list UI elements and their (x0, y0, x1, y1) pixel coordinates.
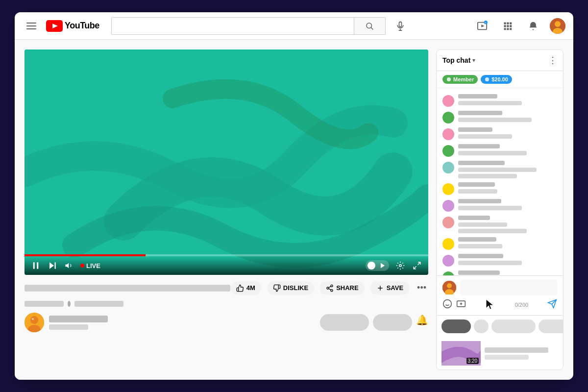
message-avatar (442, 112, 454, 123)
youtube-logo[interactable]: YouTube (46, 20, 99, 32)
svg-rect-11 (504, 22, 506, 24)
chat-input-area: 0/200 (437, 275, 563, 315)
subscriber-count (49, 324, 88, 330)
message-text (458, 118, 532, 122)
cursor-icon (485, 298, 496, 311)
like-button[interactable]: 4M (230, 281, 261, 295)
message-content (458, 199, 557, 210)
recommended-title (485, 347, 548, 353)
notification-bell-button[interactable]: 🔔 (416, 314, 428, 331)
svg-rect-17 (504, 28, 506, 30)
hamburger-menu-button[interactable] (23, 17, 40, 35)
microphone-button[interactable] (392, 17, 409, 35)
chat-header: Top chat ▾ ⋮ (437, 50, 563, 71)
recommended-meta (485, 355, 529, 360)
share-icon (326, 284, 334, 292)
join-button[interactable] (373, 314, 412, 331)
chat-more-button[interactable]: ⋮ (548, 55, 557, 66)
chat-messages[interactable] (437, 88, 563, 275)
chat-tab-4[interactable] (539, 319, 563, 333)
chat-message (437, 142, 563, 159)
save-button[interactable]: SAVE (370, 281, 409, 295)
svg-line-36 (329, 289, 331, 290)
next-button[interactable] (47, 260, 58, 271)
chat-tabs (437, 316, 563, 337)
message-avatar (442, 128, 454, 140)
emoji-button[interactable] (442, 299, 452, 311)
svg-rect-4 (399, 22, 401, 26)
svg-rect-14 (504, 25, 506, 27)
controls-right (366, 260, 422, 271)
progress-fill (24, 254, 146, 256)
svg-line-3 (371, 27, 373, 29)
settings-button[interactable] (395, 260, 406, 271)
channel-info: 🔔 (24, 311, 428, 332)
header: YouTube (15, 12, 573, 40)
chat-input-actions: 0/200 (442, 298, 557, 311)
recommended-video[interactable]: 3:20 (437, 337, 563, 369)
chat-bottom: 3:20 (437, 315, 563, 369)
message-text (458, 189, 497, 194)
message-text (458, 101, 522, 105)
svg-line-31 (418, 262, 420, 265)
member-badge[interactable]: Member (442, 75, 478, 84)
like-count: 4M (246, 284, 255, 292)
send-button[interactable] (547, 299, 557, 311)
channel-avatar[interactable] (24, 313, 44, 332)
message-content (458, 161, 557, 178)
message-content (458, 216, 557, 233)
svg-marker-54 (486, 299, 493, 309)
superchat-badge[interactable]: $20.00 (481, 75, 512, 84)
progress-bar[interactable] (24, 254, 428, 256)
message-username (458, 182, 495, 187)
message-avatar (442, 95, 454, 107)
svg-rect-25 (37, 262, 38, 269)
share-button[interactable]: SHARE (320, 281, 365, 295)
chat-tab-3[interactable] (491, 319, 536, 333)
chat-badges: Member $20.00 (437, 71, 563, 88)
chat-message-input[interactable] (460, 280, 557, 295)
message-text (458, 261, 522, 265)
message-username (458, 254, 503, 258)
superchat-button[interactable] (456, 299, 466, 311)
message-text (458, 222, 507, 227)
video-player[interactable]: LIVE (24, 49, 428, 275)
chat-title-area[interactable]: Top chat ▾ (442, 56, 475, 64)
live-badge: LIVE (80, 262, 100, 270)
svg-point-47 (447, 283, 452, 288)
create-button[interactable]: + (473, 17, 491, 35)
play-icon (379, 262, 386, 269)
chat-tab-2[interactable] (474, 319, 489, 333)
dislike-button[interactable]: DISLIKE (267, 281, 314, 295)
chat-chevron-icon: ▾ (472, 57, 475, 64)
message-avatar (442, 200, 454, 212)
search-input[interactable] (112, 18, 354, 34)
svg-point-43 (32, 318, 34, 320)
chat-message (437, 92, 563, 109)
recommended-info (485, 341, 548, 366)
notifications-button[interactable] (524, 17, 542, 35)
apps-button[interactable] (499, 17, 516, 35)
svg-point-41 (30, 316, 38, 324)
svg-point-33 (331, 285, 333, 287)
user-avatar[interactable] (550, 18, 565, 34)
volume-button[interactable] (64, 260, 74, 271)
fullscreen-icon (413, 261, 421, 270)
pause-button[interactable] (30, 260, 41, 271)
subscribe-button[interactable] (320, 314, 369, 331)
chat-message (437, 252, 563, 269)
like-icon (236, 284, 244, 292)
chat-tab-1[interactable] (441, 319, 471, 333)
fullscreen-button[interactable] (412, 260, 422, 271)
message-username (458, 237, 496, 242)
action-buttons: 4M DISLIKE (230, 281, 428, 295)
more-options-button[interactable]: ••• (415, 281, 428, 295)
play-icon-toggle[interactable] (378, 261, 387, 270)
bell-icon (528, 21, 538, 31)
chat-message (437, 235, 563, 252)
miniplayer-toggle[interactable] (366, 260, 389, 271)
svg-marker-26 (49, 262, 54, 269)
message-username (458, 216, 490, 220)
search-button[interactable] (354, 18, 385, 34)
save-label: SAVE (387, 284, 403, 292)
